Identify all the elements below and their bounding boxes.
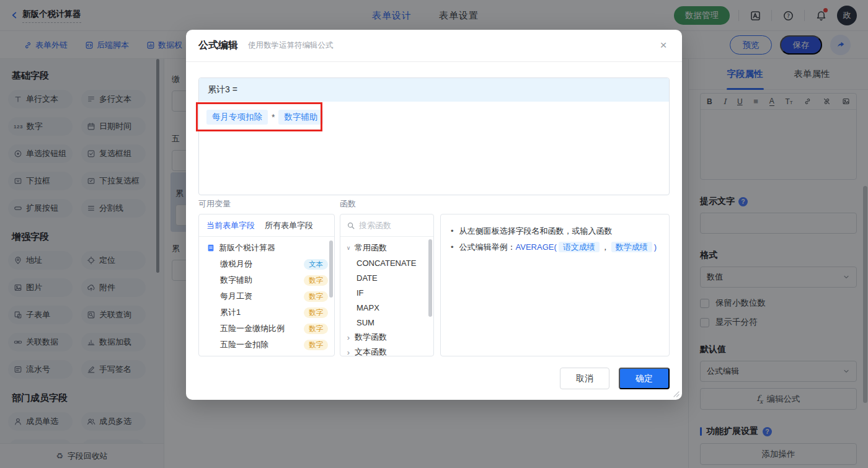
function-item[interactable]: SUM: [340, 315, 433, 330]
functions-section-label: 函数: [340, 198, 356, 210]
help-line-1: • 从左侧面板选择字段名和函数，或输入函数: [451, 223, 659, 239]
variable-name: 每月工资: [220, 291, 252, 302]
variable-type-badge: 数字: [304, 324, 328, 334]
variable-type-badge: 数字: [304, 275, 328, 286]
help-example-comma: ，: [601, 242, 609, 252]
app-screen: 新版个税计算器 表单设计 表单设置 数据管理 ? 政 表单外链后端脚本数据权: [0, 0, 868, 468]
window-scrollbar[interactable]: [863, 186, 867, 403]
formula-field-token[interactable]: 数字辅助: [278, 110, 323, 125]
resize-handle[interactable]: [673, 391, 680, 397]
close-icon[interactable]: ×: [656, 38, 671, 53]
modal-header: 公式编辑 使用数学运算符编辑公式 ×: [186, 30, 682, 62]
functions-panel: ∨常用函数CONCATENATEDATEIFMAPXSUM›数学函数›文本函数: [340, 214, 434, 356]
formula-editor[interactable]: 累计3 = 每月专项扣除*数字辅助: [198, 77, 670, 195]
variables-tabs: 当前表单字段 所有表单字段: [199, 214, 334, 237]
variable-row[interactable]: 五险一金扣除数字: [199, 337, 334, 353]
formula-target: 累计3 =: [199, 78, 669, 102]
formula-operator: *: [272, 112, 275, 122]
tab-all-form-fields[interactable]: 所有表单字段: [265, 220, 313, 231]
chevron-down-icon: ∨: [345, 245, 352, 251]
function-group-label: 数学函数: [355, 332, 387, 343]
function-search-input[interactable]: [359, 221, 421, 230]
variable-row[interactable]: 五险一金缴纳比例数字: [199, 320, 334, 337]
help-example-token-1: 语文成绩: [559, 242, 600, 252]
modal-title: 公式编辑: [198, 39, 238, 52]
function-item[interactable]: CONCATENATE: [340, 255, 433, 270]
variables-tree-root[interactable]: 新版个税计算器: [199, 240, 334, 256]
variables-root-label: 新版个税计算器: [219, 242, 275, 254]
function-search: [340, 214, 433, 237]
help-example-prefix: 公式编辑举例：: [459, 242, 516, 252]
form-doc-icon: [206, 244, 215, 252]
functions-list: ∨常用函数CONCATENATEDATEIFMAPXSUM›数学函数›文本函数: [340, 237, 433, 356]
variables-section-label: 可用变量: [198, 198, 231, 210]
help-line-2-text: 公式编辑举例：AVERAGE(语文成绩，数学成绩): [459, 239, 657, 255]
help-line-1-text: 从左侧面板选择字段名和函数，或输入函数: [459, 223, 613, 239]
variable-row[interactable]: 每月工资数字: [199, 288, 334, 304]
formula-expression: 每月专项扣除*数字辅助: [199, 102, 669, 133]
search-icon: [347, 221, 355, 230]
variable-name: 缴税月份: [220, 258, 252, 270]
modal-subtitle: 使用数学运算符编辑公式: [248, 40, 334, 51]
help-example-close-paren: ): [654, 242, 657, 252]
formula-help-panel: • 从左侧面板选择字段名和函数，或输入函数 • 公式编辑举例：AVERAGE(语…: [440, 214, 670, 356]
bullet: •: [451, 223, 454, 239]
function-item[interactable]: DATE: [340, 270, 433, 285]
function-item[interactable]: IF: [340, 285, 433, 300]
variables-panel: 当前表单字段 所有表单字段 新版个税计算器 缴税月份文本数字辅助数字每月工资数字…: [198, 214, 335, 356]
chevron-right-icon: ›: [345, 333, 352, 342]
variables-scrollbar[interactable]: [329, 241, 333, 298]
help-example-function: AVERAGE(: [516, 242, 557, 252]
variable-type-badge: 数字: [304, 307, 328, 318]
variable-row[interactable]: 累计1数字: [199, 304, 334, 320]
variable-name: 累计1: [220, 307, 241, 318]
function-item[interactable]: MAPX: [340, 300, 433, 315]
variables-rows: 缴税月份文本数字辅助数字每月工资数字累计1数字五险一金缴纳比例数字五险一金扣除数…: [199, 256, 334, 353]
function-group[interactable]: ∨常用函数: [340, 241, 433, 255]
function-group-label: 常用函数: [355, 242, 387, 254]
chevron-right-icon: ›: [345, 348, 352, 357]
variable-type-badge: 数字: [304, 340, 328, 350]
tab-current-form-fields[interactable]: 当前表单字段: [206, 220, 255, 231]
variable-type-badge: 文本: [304, 259, 328, 270]
variable-row[interactable]: 缴税月份文本: [199, 256, 334, 272]
help-example-token-2: 数学成绩: [611, 242, 652, 252]
variable-name: 数字辅助: [220, 275, 252, 286]
function-group-label: 文本函数: [355, 347, 387, 356]
formula-editor-modal: 公式编辑 使用数学运算符编辑公式 × 累计3 = 每月专项扣除*数字辅助 可用变…: [186, 30, 682, 400]
variable-row[interactable]: 数字辅助数字: [199, 272, 334, 288]
variable-name: 五险一金扣除: [220, 339, 268, 350]
help-line-2: • 公式编辑举例：AVERAGE(语文成绩，数学成绩): [451, 239, 659, 255]
functions-scrollbar[interactable]: [428, 239, 432, 317]
confirm-button[interactable]: 确定: [619, 368, 670, 389]
function-group[interactable]: ›数学函数: [340, 330, 433, 345]
variable-name: 五险一金缴纳比例: [220, 323, 285, 334]
formula-field-token[interactable]: 每月专项扣除: [206, 110, 268, 125]
cancel-button[interactable]: 取消: [560, 368, 609, 389]
variables-list: 新版个税计算器 缴税月份文本数字辅助数字每月工资数字累计1数字五险一金缴纳比例数…: [199, 237, 334, 353]
bullet: •: [451, 239, 454, 255]
variable-type-badge: 数字: [304, 291, 328, 302]
function-group[interactable]: ›文本函数: [340, 345, 433, 356]
